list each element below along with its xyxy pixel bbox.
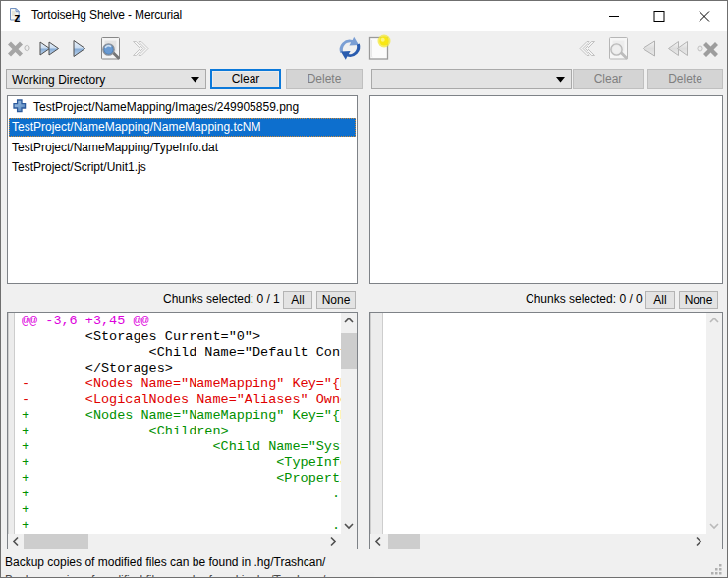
svg-text:z: z [14,11,20,25]
